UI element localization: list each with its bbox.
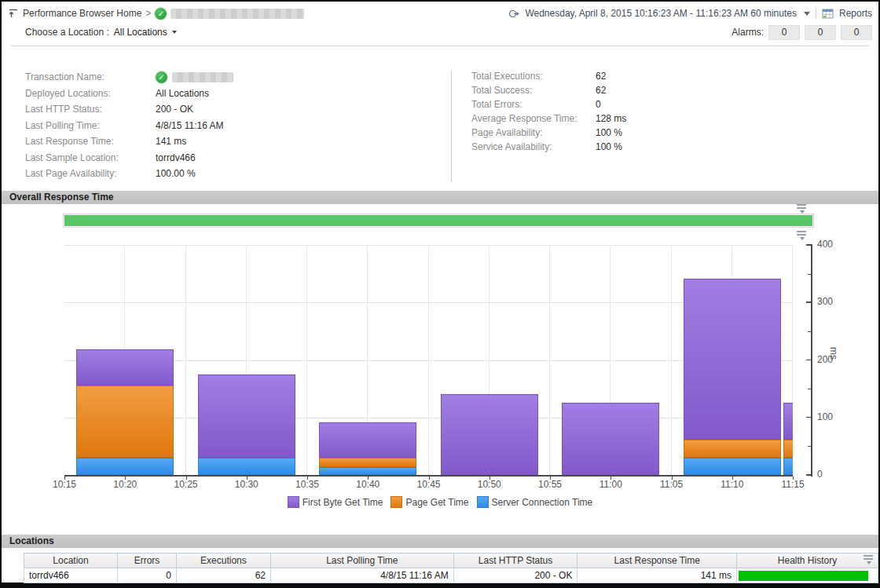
y-axis-minor-tick xyxy=(808,274,812,275)
bar-segment-first-byte-get-time[interactable] xyxy=(441,394,538,475)
summary-value: 141 ms xyxy=(156,136,186,147)
redacted-transaction-name xyxy=(172,72,233,82)
table-row[interactable]: torrdv4660624/8/15 11:16 AM200 - OK141 m… xyxy=(24,568,878,583)
y-axis-minor-tick xyxy=(808,446,812,447)
breadcrumb-separator: > xyxy=(145,8,151,19)
gridline-vertical xyxy=(428,245,429,475)
alarm-count-box[interactable]: 0 xyxy=(768,25,800,40)
health-history-bar xyxy=(739,571,868,581)
bar-segment-server-connection-time[interactable] xyxy=(76,458,174,475)
divider xyxy=(816,8,816,19)
summary-label: Average Response Time: xyxy=(471,113,596,124)
summary-value: 200 - OK xyxy=(156,104,193,115)
bar-segment-server-connection-time[interactable] xyxy=(783,458,793,475)
y-axis-title: ms xyxy=(828,347,839,360)
bar-segment-first-byte-get-time[interactable] xyxy=(684,279,781,439)
bar-segment-page-get-time[interactable] xyxy=(76,385,174,458)
reports-button[interactable]: Reports xyxy=(839,8,872,19)
table-cell-last_response_time: 141 ms xyxy=(578,568,737,583)
y-axis-tick xyxy=(806,417,812,418)
x-axis-tick-label: 11:00 xyxy=(587,479,634,490)
gridline-horizontal xyxy=(64,245,793,246)
alarm-count-box[interactable]: 0 xyxy=(805,25,836,40)
bar-segment-first-byte-get-time[interactable] xyxy=(76,349,174,385)
summary-row: Last Page Availability:100.00 % xyxy=(25,166,434,182)
table-header-health[interactable]: Health History xyxy=(737,553,878,568)
filter-bar: Choose a Location : All Locations Alarms… xyxy=(8,24,872,40)
summary-label: Total Errors: xyxy=(471,99,596,110)
locations-table: LocationErrorsExecutionsLast Polling Tim… xyxy=(24,553,878,583)
y-axis-tick-label: 0 xyxy=(817,469,823,480)
table-header-last_response_time[interactable]: Last Response Time xyxy=(578,553,737,568)
response-time-chart-plot[interactable] xyxy=(64,245,793,477)
reports-icon xyxy=(822,9,834,19)
summary-value: 0 xyxy=(596,99,601,110)
table-header-row: LocationErrorsExecutionsLast Polling Tim… xyxy=(24,553,878,568)
legend-item: First Byte Get Time xyxy=(288,496,383,508)
y-axis-minor-tick xyxy=(808,331,812,332)
x-axis-tick-label: 10:20 xyxy=(101,479,148,490)
legend-label: Server Connection Time xyxy=(492,497,593,508)
table-header-errors[interactable]: Errors xyxy=(118,553,177,568)
location-dropdown-value: All Locations xyxy=(114,27,167,38)
bar-segment-first-byte-get-time[interactable] xyxy=(198,374,295,458)
bar-segment-first-byte-get-time[interactable] xyxy=(319,422,416,458)
x-axis-tick-label: 10:35 xyxy=(284,479,331,490)
locations-table-wrap: LocationErrorsExecutionsLast Polling Tim… xyxy=(24,553,878,583)
bar-segment-server-connection-time[interactable] xyxy=(198,458,295,475)
table-options-icon[interactable] xyxy=(864,554,874,564)
time-range-selector[interactable]: Wednesday, April 8, 2015 10:16:23 AM - 1… xyxy=(525,8,797,19)
summary-left-column: Transaction Name:Deployed Locations:All … xyxy=(25,69,434,182)
bar-segment-server-connection-time[interactable] xyxy=(684,458,781,475)
table-cell-last_http_status: 200 - OK xyxy=(453,568,578,583)
table-header-executions[interactable]: Executions xyxy=(176,553,270,568)
availability-timeline[interactable] xyxy=(63,214,814,228)
table-header-last_polling_time[interactable]: Last Polling Time xyxy=(270,553,453,568)
y-axis-tick-label: 100 xyxy=(817,411,833,422)
section-header-overall-response-time: Overall Response Time xyxy=(2,191,878,204)
bar-segment-first-byte-get-time[interactable] xyxy=(562,403,659,475)
location-chooser: Choose a Location : All Locations xyxy=(25,27,177,38)
location-dropdown[interactable]: All Locations xyxy=(114,27,177,38)
gridline-vertical xyxy=(671,245,672,475)
summary-label: Total Success: xyxy=(471,85,596,96)
window-frame: Performance Browser Home > Wednesday, Ap… xyxy=(0,0,880,588)
summary-label: Last Response Time: xyxy=(25,136,156,147)
summary-row: Total Success:62 xyxy=(471,83,849,97)
bar-segment-page-get-time[interactable] xyxy=(319,458,416,467)
bar-segment-first-byte-get-time[interactable] xyxy=(783,403,793,439)
x-axis-tick-label: 10:40 xyxy=(344,479,391,490)
x-axis-tick-label: 10:15 xyxy=(41,479,88,490)
summary-label: Deployed Locations: xyxy=(25,88,156,99)
alarms-label: Alarms: xyxy=(732,27,764,38)
summary-row: Last Sample Location:torrdv466 xyxy=(25,150,434,166)
summary-row: Transaction Name: xyxy=(25,69,434,86)
table-header-location[interactable]: Location xyxy=(24,553,118,568)
bar-segment-server-connection-time[interactable] xyxy=(319,467,416,475)
table-cell-last_polling_time: 4/8/15 11:16 AM xyxy=(270,568,453,583)
bar-segment-page-get-time[interactable] xyxy=(684,440,781,458)
up-level-icon[interactable] xyxy=(8,8,19,19)
chart-y-axis: 0100200300400 xyxy=(811,245,812,477)
breadcrumb: Performance Browser Home > xyxy=(8,8,304,20)
chart-options-icon[interactable] xyxy=(797,230,808,239)
separator-line xyxy=(11,46,869,46)
summary-label: Service Availability: xyxy=(471,141,596,152)
summary-value: 100.00 % xyxy=(156,168,196,179)
summary-row: Last HTTP Status:200 - OK xyxy=(25,101,434,118)
table-header-last_http_status[interactable]: Last HTTP Status xyxy=(453,553,578,568)
performance-browser-page: Performance Browser Home > Wednesday, Ap… xyxy=(0,0,880,588)
summary-right-column: Total Executions:62Total Success:62Total… xyxy=(471,69,849,154)
availability-options-icon[interactable] xyxy=(797,203,808,213)
legend-swatch xyxy=(477,496,489,508)
summary-value: 128 ms xyxy=(596,113,626,124)
alarm-count-box[interactable]: 0 xyxy=(841,25,872,40)
breadcrumb-home-link[interactable]: Performance Browser Home xyxy=(23,8,141,19)
summary-row: Page Availability:100 % xyxy=(471,126,849,140)
chevron-down-icon[interactable] xyxy=(804,12,810,16)
x-axis-tick-label: 11:05 xyxy=(648,479,695,490)
legend-item: Server Connection Time xyxy=(477,496,593,508)
summary-divider xyxy=(451,71,452,182)
summary-value: torrdv466 xyxy=(156,152,196,163)
bar-segment-page-get-time[interactable] xyxy=(783,440,793,458)
